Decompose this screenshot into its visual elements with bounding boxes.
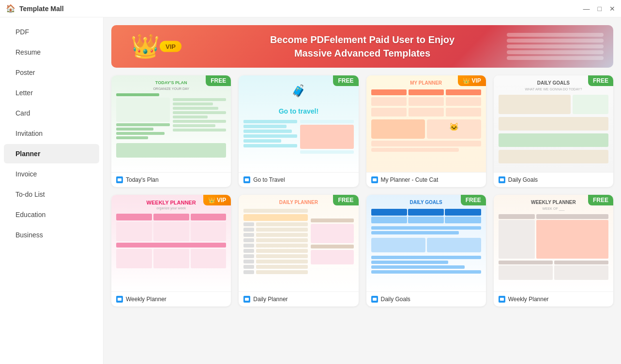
badge-free-6: FREE [588, 195, 613, 205]
close-button[interactable]: ✕ [609, 5, 615, 12]
sidebar-item-todo[interactable]: To-do List [4, 185, 99, 204]
sidebar-item-letter[interactable]: Letter [4, 83, 99, 102]
app-title: Template Mall [19, 5, 64, 13]
template-preview-my-planner: 👑 VIP MY PLANNER [366, 75, 486, 172]
template-footer-weekly-vip: Weekly Planner [111, 291, 231, 306]
template-grid: FREE TODAY'S PLAN ORGANIZE YOUR DAY [111, 75, 613, 306]
sidebar-item-poster[interactable]: Poster [4, 63, 99, 82]
template-preview-weekly-2: FREE WEEKLY PLANNER WEEK OF ___ [494, 195, 613, 291]
sidebar-item-card[interactable]: Card [4, 103, 99, 123]
template-preview-daily-goals: FREE DAILY GOALS WHAT ARE WE GONNA DO TO… [494, 75, 613, 172]
sidebar-item-planner[interactable]: Planner [4, 144, 99, 163]
titlebar-left: 🏠 Template Mall [6, 4, 64, 13]
home-icon: 🏠 [6, 4, 15, 13]
template-card-daily-planner[interactable]: FREE DAILY PLANNER [239, 195, 358, 306]
pdf-icon-3 [371, 176, 378, 183]
pdf-icon-8 [499, 296, 505, 303]
template-footer-daily-planner: Daily Planner [239, 291, 358, 306]
titlebar: 🏠 Template Mall — □ ✕ [0, 0, 621, 17]
sidebar: PDF Resume Poster Letter Card Invitation… [0, 17, 104, 364]
badge-free-4: FREE [333, 195, 358, 205]
banner-text: Become PDFelement Paid User to Enjoy Mas… [270, 33, 454, 60]
sidebar-item-education[interactable]: Education [4, 205, 99, 224]
vip-badge: VIP [160, 41, 182, 52]
badge-free-5: FREE [461, 195, 486, 205]
template-preview-todays-plan: FREE TODAY'S PLAN ORGANIZE YOUR DAY [111, 75, 231, 172]
template-card-todays-plan[interactable]: FREE TODAY'S PLAN ORGANIZE YOUR DAY [111, 75, 231, 187]
template-name-daily-planner: Daily Planner [253, 296, 288, 303]
content-area: 👑 VIP Become PDFelement Paid User to Enj… [104, 17, 621, 364]
template-name-my-planner: My Planner - Cute Cat [381, 176, 439, 183]
template-name-go-to-travel: Go to Travel [253, 176, 285, 183]
banner-line2: Massive Advanced Templates [270, 46, 454, 60]
badge-vip-2: 👑 VIP [203, 195, 231, 205]
template-footer-daily-goals-2: Daily Goals [366, 291, 486, 306]
sidebar-item-invitation[interactable]: Invitation [4, 124, 99, 143]
template-preview-daily-goals-2: FREE DAILY GOALS [366, 195, 486, 291]
badge-vip: 👑 VIP [458, 75, 486, 86]
template-card-my-planner[interactable]: 👑 VIP MY PLANNER [366, 75, 486, 187]
template-name-daily-goals-2: Daily Goals [381, 296, 410, 303]
template-name-weekly-vip: Weekly Planner [126, 296, 167, 303]
template-card-daily-goals[interactable]: FREE DAILY GOALS WHAT ARE WE GONNA DO TO… [494, 75, 613, 187]
pdf-icon [116, 176, 123, 183]
banner-line1: Become PDFelement Paid User to Enjoy [270, 33, 454, 46]
sidebar-item-business[interactable]: Business [4, 225, 99, 245]
pdf-icon-6 [243, 296, 250, 303]
pdf-icon-2 [243, 176, 250, 183]
template-name-weekly-2: Weekly Planner [508, 296, 549, 303]
sidebar-item-invoice[interactable]: Invoice [4, 164, 99, 184]
template-preview-weekly-vip: 👑 VIP WEEKLY PLANNER organize your week [111, 195, 231, 291]
template-card-weekly-2[interactable]: FREE WEEKLY PLANNER WEEK OF ___ [494, 195, 613, 306]
template-card-daily-goals-2[interactable]: FREE DAILY GOALS [366, 195, 486, 306]
sidebar-item-pdf[interactable]: PDF [4, 22, 99, 42]
titlebar-controls: — □ ✕ [583, 5, 615, 12]
template-card-go-to-travel[interactable]: FREE 🧳 Go to travel! [239, 75, 358, 187]
vip-banner[interactable]: 👑 VIP Become PDFelement Paid User to Enj… [111, 25, 613, 68]
template-footer-weekly-2: Weekly Planner [494, 291, 613, 306]
badge-free-3: FREE [588, 75, 613, 86]
template-footer-my-planner: My Planner - Cute Cat [366, 172, 486, 187]
crown-icon: 👑 [131, 33, 160, 60]
banner-decoration [507, 25, 604, 68]
template-card-weekly-vip[interactable]: 👑 VIP WEEKLY PLANNER organize your week [111, 195, 231, 306]
pdf-icon-5 [116, 296, 123, 303]
badge-free: FREE [206, 75, 231, 86]
template-footer-daily-goals: Daily Goals [494, 172, 613, 187]
template-name-daily-goals: Daily Goals [508, 176, 538, 183]
badge-free-2: FREE [333, 75, 358, 86]
pdf-icon-7 [371, 296, 378, 303]
main-layout: PDF Resume Poster Letter Card Invitation… [0, 17, 621, 364]
sidebar-item-resume[interactable]: Resume [4, 43, 99, 62]
maximize-button[interactable]: □ [598, 5, 602, 12]
template-preview-go-to-travel: FREE 🧳 Go to travel! [239, 75, 358, 172]
template-footer-todays-plan: Today's Plan [111, 172, 231, 187]
template-footer-go-to-travel: Go to Travel [239, 172, 358, 187]
template-name-todays-plan: Today's Plan [126, 176, 159, 183]
template-preview-daily-planner: FREE DAILY PLANNER [239, 195, 358, 291]
minimize-button[interactable]: — [583, 5, 590, 12]
pdf-icon-4 [499, 176, 505, 183]
